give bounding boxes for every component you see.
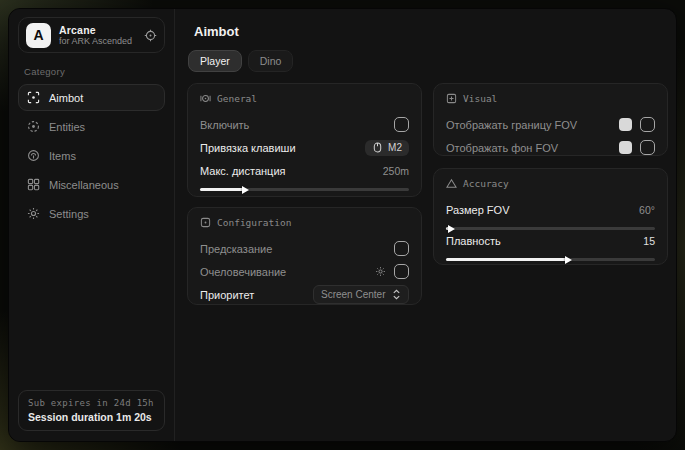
fov-border-label: Отображать границу FOV xyxy=(446,119,619,131)
keybind-value: M2 xyxy=(388,142,402,153)
triangle-icon xyxy=(446,178,457,189)
sidebar-nav: Aimbot Entities Items xyxy=(18,84,165,227)
target-dot-icon xyxy=(200,93,211,104)
scan-icon xyxy=(27,120,40,133)
sidebar-item-label: Entities xyxy=(49,121,85,133)
slider-fill xyxy=(200,188,244,191)
prediction-label: Предсказание xyxy=(200,243,394,255)
keybind-label: Привязка клавиши xyxy=(200,142,365,154)
max-distance-value: 250m xyxy=(383,165,409,177)
sidebar-item-entities[interactable]: Entities xyxy=(18,113,165,140)
card-title: General xyxy=(217,93,257,104)
accuracy-card-header: Accuracy xyxy=(446,178,655,189)
chevron-up-down-icon xyxy=(392,289,401,300)
slider-thumb[interactable] xyxy=(242,186,249,194)
gear-icon xyxy=(27,207,40,220)
smoothness-label: Плавность xyxy=(446,235,643,247)
priority-dropdown[interactable]: Screen Center xyxy=(313,285,409,304)
tab-dino[interactable]: Dino xyxy=(248,50,294,72)
fov-bg-row: Отображать фон FOV xyxy=(446,137,655,158)
prediction-row: Предсказание xyxy=(200,238,409,259)
max-distance-row: Макс. дистанция 250m xyxy=(200,160,409,181)
humanize-row: Очеловечивание xyxy=(200,261,409,282)
accuracy-card: Accuracy Размер FOV 60° Плавность 15 xyxy=(433,168,668,265)
session-duration-text: Session duration 1m 20s xyxy=(28,411,155,423)
configuration-card-header: Configuration xyxy=(200,217,409,228)
slider-fill xyxy=(446,258,567,261)
sidebar-item-label: Miscellaneous xyxy=(49,179,119,191)
prediction-checkbox[interactable] xyxy=(394,241,409,256)
enable-row: Включить xyxy=(200,114,409,135)
sidebar-item-aimbot[interactable]: Aimbot xyxy=(18,84,165,111)
app-name: Arcane xyxy=(59,24,136,36)
visual-card-header: Visual xyxy=(446,93,655,104)
fov-bg-label: Отображать фон FOV xyxy=(446,142,619,154)
fov-size-value: 60° xyxy=(639,204,655,216)
app-subtitle: for ARK Ascended xyxy=(59,36,136,46)
humanize-label: Очеловечивание xyxy=(200,266,375,278)
general-card-header: General xyxy=(200,93,409,104)
frame-plus-icon xyxy=(446,93,457,104)
priority-row: Приоритет Screen Center xyxy=(200,284,409,305)
sub-expires-text: Sub expires in 24d 15h xyxy=(28,398,155,408)
enable-label: Включить xyxy=(200,119,394,131)
sidebar-item-label: Settings xyxy=(49,208,89,220)
card-title: Accuracy xyxy=(463,178,509,189)
sidebar-item-label: Aimbot xyxy=(49,92,83,104)
brand-text: Arcane for ARK Ascended xyxy=(59,24,136,46)
sidebar-item-settings[interactable]: Settings xyxy=(18,200,165,227)
card-title: Visual xyxy=(463,93,497,104)
humanize-checkbox[interactable] xyxy=(394,264,409,279)
sidebar-item-label: Items xyxy=(49,150,76,162)
item-icon xyxy=(27,149,40,162)
keybind-row: Привязка клавиши M2 xyxy=(200,137,409,158)
sidebar: A Arcane for ARK Ascended Category xyxy=(9,9,175,441)
smoothness-value: 15 xyxy=(643,235,655,247)
fov-bg-color-swatch[interactable] xyxy=(619,141,632,154)
category-label: Category xyxy=(24,66,165,77)
grid-icon xyxy=(27,178,40,191)
fov-border-checkbox[interactable] xyxy=(640,117,655,132)
tab-player[interactable]: Player xyxy=(188,50,242,72)
visual-card: Visual Отображать границу FOV Отображать… xyxy=(433,83,668,156)
smoothness-row: Плавность 15 xyxy=(446,230,655,251)
general-card: General Включить Привязка клавиши M2 xyxy=(187,83,422,197)
enable-checkbox[interactable] xyxy=(394,117,409,132)
max-distance-slider[interactable] xyxy=(200,185,409,186)
fov-border-color-swatch[interactable] xyxy=(619,118,632,131)
fov-size-row: Размер FOV 60° xyxy=(446,199,655,220)
brand-card: A Arcane for ARK Ascended xyxy=(18,17,165,53)
main-content: Aimbot Player Dino General Включить xyxy=(175,9,676,441)
app-window: A Arcane for ARK Ascended Category xyxy=(8,8,677,442)
max-distance-label: Макс. дистанция xyxy=(200,165,383,177)
humanize-settings-icon[interactable] xyxy=(375,266,386,277)
fov-size-label: Размер FOV xyxy=(446,204,639,216)
slider-thumb[interactable] xyxy=(565,256,572,264)
keybind-button[interactable]: M2 xyxy=(365,140,409,156)
fov-border-row: Отображать границу FOV xyxy=(446,114,655,135)
locate-icon[interactable] xyxy=(144,29,157,42)
priority-value: Screen Center xyxy=(321,289,385,300)
crosshair-icon xyxy=(27,91,40,104)
tab-bar: Player Dino xyxy=(188,50,293,72)
priority-label: Приоритет xyxy=(200,289,313,301)
sliders-icon xyxy=(200,217,211,228)
fov-bg-checkbox[interactable] xyxy=(640,140,655,155)
sidebar-item-items[interactable]: Items xyxy=(18,142,165,169)
card-title: Configuration xyxy=(217,217,291,228)
configuration-card: Configuration Предсказание Очеловечивани… xyxy=(187,207,422,305)
mouse-icon xyxy=(372,142,383,153)
slider-track xyxy=(446,227,655,230)
slider-thumb[interactable] xyxy=(448,225,455,233)
sidebar-item-miscellaneous[interactable]: Miscellaneous xyxy=(18,171,165,198)
app-logo: A xyxy=(26,23,51,48)
session-info-box: Sub expires in 24d 15h Session duration … xyxy=(18,390,165,431)
page-title: Aimbot xyxy=(194,24,239,39)
